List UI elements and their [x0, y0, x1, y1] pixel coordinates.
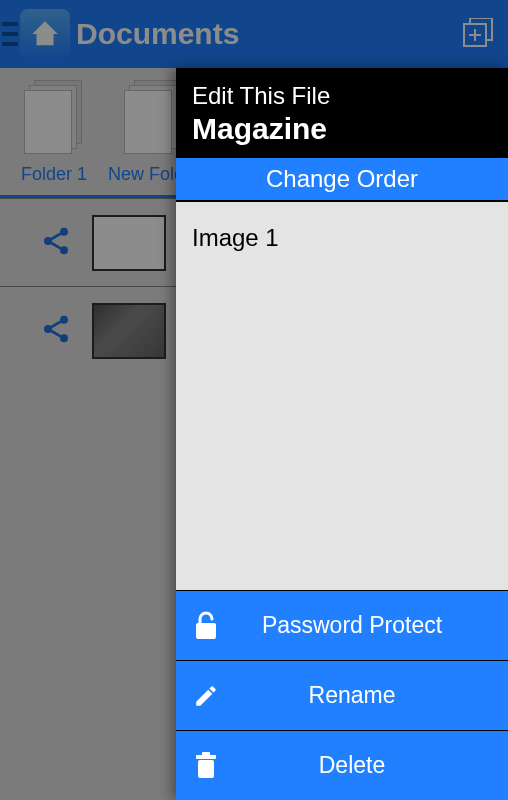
svg-rect-15	[198, 760, 214, 778]
panel-image-list: Image 1	[176, 202, 508, 590]
rename-button[interactable]: Rename	[176, 660, 508, 730]
list-item[interactable]: Image 1	[192, 224, 492, 252]
panel-header: Edit This File Magazine	[176, 68, 508, 158]
edit-file-panel: Edit This File Magazine Change Order Ima…	[176, 68, 508, 800]
delete-button[interactable]: Delete	[176, 730, 508, 800]
pencil-icon	[176, 683, 236, 709]
trash-icon	[176, 752, 236, 780]
panel-title: Magazine	[192, 112, 492, 146]
action-label: Password Protect	[236, 612, 508, 639]
change-order-button[interactable]: Change Order	[176, 158, 508, 202]
svg-rect-17	[202, 752, 210, 756]
action-label: Delete	[236, 752, 508, 779]
unlock-icon	[176, 611, 236, 641]
action-label: Rename	[236, 682, 508, 709]
password-protect-button[interactable]: Password Protect	[176, 590, 508, 660]
panel-subtitle: Edit This File	[192, 82, 492, 110]
svg-rect-14	[196, 623, 216, 639]
